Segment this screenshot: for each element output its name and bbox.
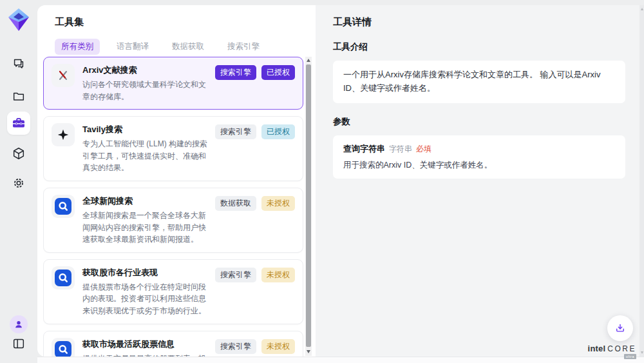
tool-name: 全球新闻搜索 [82, 195, 210, 207]
sidebar-item-settings[interactable] [7, 172, 30, 194]
status-badge: 已授权 [261, 65, 295, 80]
sidebar-item-models[interactable] [7, 142, 30, 164]
tool-description: 访问各个研究领域大量科学论文和文章的存储库。 [82, 79, 210, 103]
tool-list: Arxiv文献搜索 访问各个研究领域大量科学论文和文章的存储库。 搜索引擎 已授… [43, 57, 303, 357]
category-badge: 搜索引擎 [215, 65, 256, 80]
category-badge: 数据获取 [215, 196, 256, 211]
param-type: 字符串 [389, 144, 412, 155]
download-icon [614, 322, 626, 334]
tool-description: 全球新闻搜索是一个聚合全球各大新闻网站内容的搜索引擎，帮助用户快速获取全球最新资… [82, 210, 210, 246]
blue-search-icon [52, 195, 75, 218]
sidebar-item-panel-toggle[interactable] [7, 333, 30, 355]
detail-scroll-down-icon[interactable] [641, 351, 643, 354]
detail-scroll-up-icon[interactable] [641, 8, 643, 10]
scroll-down-icon[interactable] [305, 348, 312, 355]
star-icon [52, 123, 75, 146]
intro-heading: 工具介绍 [333, 41, 625, 53]
category-tab[interactable]: 搜索引擎 [221, 39, 266, 55]
param-description: 用于搜索的Arxiv ID、关键字或作者姓名。 [343, 160, 615, 171]
left-sidebar [0, 0, 37, 363]
tool-list-panel: 工具集 所有类别语言翻译数据获取搜索引擎 Arxiv文献搜索 访问各个研究领域大… [37, 5, 316, 357]
tool-name: 获取股市各行业表现 [82, 267, 210, 279]
category-tab[interactable]: 数据获取 [166, 39, 211, 55]
status-badge: 未授权 [261, 196, 295, 211]
brand-ultra-badge: ultra [624, 354, 636, 359]
layout-panel-icon [12, 337, 26, 351]
list-scrollbar[interactable] [305, 57, 312, 356]
tool-name: Tavily搜索 [82, 124, 210, 135]
intel-core-logo: intel CORE ultra [588, 344, 636, 359]
param-card: 查询字符串 字符串 必填 用于搜索的Arxiv ID、关键字或作者姓名。 [333, 135, 625, 179]
tool-name: Arxiv文献搜索 [82, 64, 210, 76]
scrollbar-thumb[interactable] [306, 64, 311, 347]
status-badge: 未授权 [261, 268, 295, 282]
tool-card[interactable]: 获取股市各行业表现 提供股票市场各个行业在特定时间段内的表现。投资者可以利用这些… [43, 259, 303, 324]
param-list: 查询字符串 字符串 必填 用于搜索的Arxiv ID、关键字或作者姓名。 [333, 135, 625, 179]
brand-intel-text: intel [588, 344, 606, 353]
download-button[interactable] [607, 315, 633, 341]
tool-card[interactable]: Tavily搜索 专为人工智能代理 (LLM) 构建的搜索引擎工具，可快速提供实… [43, 116, 303, 181]
param-name: 查询字符串 [343, 143, 385, 155]
detail-scrollbar-track[interactable] [639, 5, 644, 357]
toolbox-icon [11, 115, 26, 131]
arxiv-logo-icon [52, 64, 75, 87]
tool-card[interactable]: Arxiv文献搜索 访问各个研究领域大量科学论文和文章的存储库。 搜索引擎 已授… [43, 57, 303, 110]
sidebar-item-tools[interactable] [7, 112, 30, 135]
chat-icon [12, 57, 26, 71]
tool-description: 专为人工智能代理 (LLM) 构建的搜索引擎工具，可快速提供实时、准确和真实的结… [82, 138, 210, 174]
user-avatar[interactable] [10, 315, 28, 333]
tool-card[interactable]: 获取市场最活跃股票信息 提供当天交易量最高的股票列表，投资者可以利用这些信息来识… [43, 331, 303, 357]
sidebar-item-files[interactable] [7, 86, 30, 108]
user-icon [14, 319, 24, 329]
sidebar-item-chat[interactable] [7, 53, 30, 75]
status-badge: 未授权 [261, 339, 295, 354]
tool-detail-panel: 工具详情 工具介绍 一个用于从Arxiv存储库搜索科学论文和文章的工具。 输入可… [316, 5, 644, 357]
params-heading: 参数 [333, 116, 625, 128]
param-required-badge: 必填 [416, 144, 431, 155]
intro-text: 一个用于从Arxiv存储库搜索科学论文和文章的工具。 输入可以是Arxiv ID… [343, 68, 615, 95]
intro-card: 一个用于从Arxiv存储库搜索科学论文和文章的工具。 输入可以是Arxiv ID… [333, 61, 625, 103]
cube-icon [12, 146, 26, 161]
category-badge: 搜索引擎 [215, 268, 256, 282]
app-logo-icon [7, 7, 30, 32]
page-title: 工具集 [55, 16, 84, 28]
scroll-up-icon[interactable] [305, 57, 312, 63]
blue-search-icon [52, 266, 75, 289]
detail-title: 工具详情 [333, 16, 625, 28]
category-badge: 搜索引擎 [215, 124, 256, 139]
category-tab[interactable]: 语言翻译 [110, 39, 155, 55]
blue-search-icon [52, 338, 75, 357]
category-tab[interactable]: 所有类别 [55, 39, 100, 55]
tool-name: 获取市场最活跃股票信息 [82, 338, 210, 350]
gear-icon [12, 176, 26, 190]
folder-icon [12, 90, 26, 104]
category-tabs: 所有类别语言翻译数据获取搜索引擎 [55, 39, 266, 55]
tool-description: 提供股票市场各个行业在特定时间段内的表现。投资者可以利用这些信息来识别表现优于或… [82, 281, 210, 317]
window-bottom-edge [37, 357, 644, 363]
category-badge: 搜索引擎 [215, 339, 256, 354]
status-badge: 已授权 [261, 124, 295, 139]
brand-core-text: CORE [607, 344, 636, 353]
tool-card[interactable]: 全球新闻搜索 全球新闻搜索是一个聚合全球各大新闻网站内容的搜索引擎，帮助用户快速… [43, 188, 303, 253]
